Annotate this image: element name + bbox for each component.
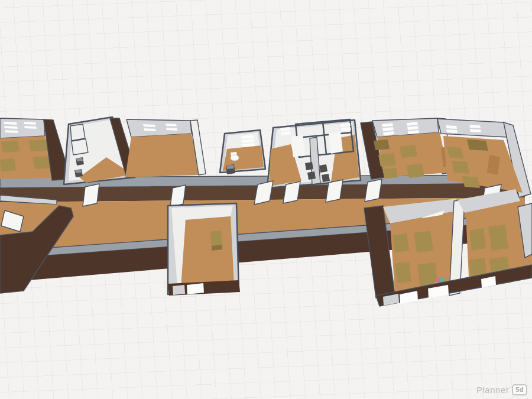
window-opening (187, 283, 204, 294)
teacher-desk[interactable] (467, 140, 488, 151)
room-storage[interactable] (168, 203, 240, 296)
room-classroom-1[interactable] (0, 118, 71, 180)
door-leaf[interactable] (326, 180, 343, 202)
stall-cell (72, 139, 88, 155)
desk[interactable] (447, 147, 463, 158)
desk[interactable] (400, 145, 417, 158)
3d-viewport[interactable]: Planner 5d (0, 0, 532, 399)
room-classroom-2[interactable] (110, 118, 206, 177)
planner5d-watermark: Planner 5d (476, 384, 527, 395)
stall-cell (70, 124, 85, 141)
desk[interactable] (383, 168, 398, 179)
room-classroom-3[interactable] (361, 118, 452, 179)
room-floor (181, 216, 234, 287)
desk[interactable] (488, 225, 508, 251)
door-leaf[interactable] (83, 184, 99, 206)
sink[interactable] (307, 171, 316, 180)
desk[interactable] (417, 262, 438, 287)
door-leaf[interactable] (365, 179, 382, 202)
desk[interactable] (392, 233, 409, 252)
room-wc[interactable] (220, 130, 265, 174)
desk[interactable] (0, 158, 16, 171)
desk[interactable] (28, 140, 48, 151)
sink[interactable] (322, 174, 330, 182)
room-bathroom-stalls[interactable] (267, 119, 361, 188)
cabinet[interactable] (210, 231, 222, 251)
floorplan-render (0, 0, 532, 399)
stall-door[interactable] (329, 131, 343, 154)
sink-top (226, 165, 234, 169)
5d-badge-icon: 5d (512, 384, 527, 395)
desk[interactable] (414, 231, 433, 252)
window-strip (241, 135, 255, 147)
desk[interactable] (378, 153, 396, 167)
door-leaf[interactable] (170, 185, 186, 207)
door-leaf[interactable] (283, 181, 300, 203)
sink[interactable] (305, 162, 313, 170)
teacher-desk[interactable] (374, 140, 390, 150)
stall-door[interactable] (291, 135, 305, 157)
desk[interactable] (452, 161, 469, 174)
watermark-brand-text: Planner (476, 385, 509, 395)
desk[interactable] (462, 176, 480, 188)
sink[interactable] (319, 164, 327, 173)
sink-top (75, 170, 82, 173)
desk[interactable] (407, 164, 424, 178)
desk[interactable] (395, 262, 411, 283)
desk[interactable] (469, 228, 486, 251)
south-wall-segment (173, 285, 185, 295)
desk[interactable] (1, 141, 20, 153)
room-floor (125, 134, 200, 177)
sink-top (76, 158, 83, 161)
